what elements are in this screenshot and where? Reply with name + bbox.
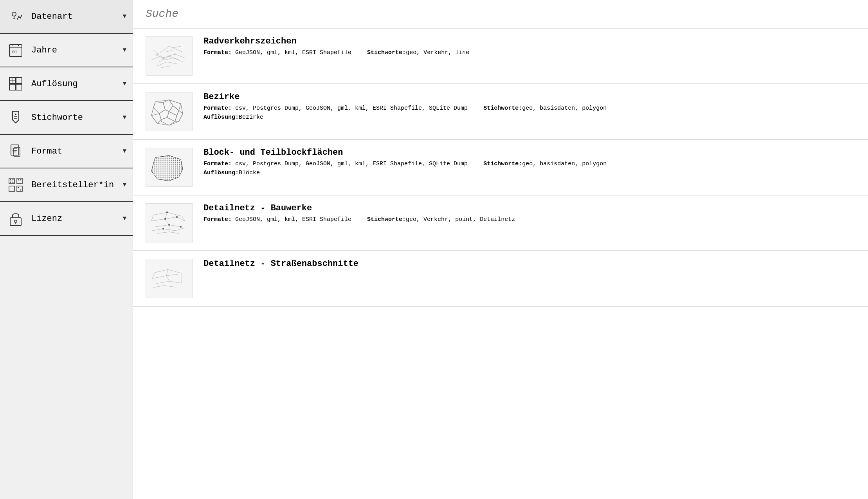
sidebar-item-format-label: Format bbox=[31, 146, 122, 156]
result-body-bezirke: Bezirke Formate: csv, Postgres Dump, Geo… bbox=[203, 92, 855, 121]
search-bar bbox=[133, 0, 868, 29]
sidebar-item-aufloesung[interactable]: Auflösung ▼ bbox=[0, 67, 133, 101]
svg-line-72 bbox=[165, 219, 169, 225]
svg-line-44 bbox=[157, 62, 167, 66]
thumbnail-detailnetz-bauwerke bbox=[146, 203, 193, 242]
svg-point-79 bbox=[180, 226, 182, 228]
svg-rect-24 bbox=[9, 186, 14, 192]
svg-rect-22 bbox=[9, 178, 14, 184]
thumbnail-detailnetz-strassenabschnitte bbox=[146, 259, 193, 298]
svg-point-75 bbox=[164, 218, 166, 220]
result-meta-block-teilblock: Formate: csv, Postgres Dump, GeoJSON, gm… bbox=[203, 161, 855, 167]
svg-line-51 bbox=[173, 58, 183, 62]
sidebar-item-format[interactable]: Format ▼ bbox=[0, 135, 133, 168]
sidebar: Datenart ▼ 01 Jahre ▼ bbox=[0, 0, 133, 499]
svg-line-63 bbox=[169, 225, 181, 227]
svg-line-89 bbox=[166, 269, 168, 276]
svg-line-67 bbox=[157, 232, 169, 233]
result-body-detailnetz-strassenabschnitte: Detailnetz - Straßenabschnitte bbox=[203, 259, 855, 272]
svg-line-58 bbox=[167, 212, 182, 216]
result-item-bezirke[interactable]: Bezirke Formate: csv, Postgres Dump, Geo… bbox=[133, 84, 868, 140]
svg-point-76 bbox=[168, 224, 170, 226]
thumbnail-block-teilblock bbox=[146, 148, 193, 187]
result-item-radverkehrszeichen[interactable]: Radverkehrszeichen Formate: GeoJSON, gml… bbox=[133, 29, 868, 84]
svg-line-66 bbox=[175, 228, 185, 231]
stichworte-bezirke: Stichworte:geo, basisdaten, polygon bbox=[483, 105, 607, 112]
svg-line-83 bbox=[166, 274, 178, 276]
svg-point-26 bbox=[10, 179, 11, 181]
sidebar-item-aufloesung-label: Auflösung bbox=[31, 79, 122, 89]
format-chevron: ▼ bbox=[122, 148, 126, 155]
svg-line-49 bbox=[155, 54, 165, 60]
search-input[interactable] bbox=[146, 8, 855, 20]
svg-line-50 bbox=[165, 58, 173, 60]
datenart-chevron: ▼ bbox=[122, 13, 126, 20]
svg-line-81 bbox=[168, 269, 182, 273]
result-title-bezirke: Bezirke bbox=[203, 92, 855, 102]
main-content: Radverkehrszeichen Formate: GeoJSON, gml… bbox=[133, 0, 868, 499]
svg-point-28 bbox=[10, 182, 11, 183]
svg-point-32 bbox=[18, 187, 19, 188]
sidebar-item-stichworte[interactable]: Stichworte ▼ bbox=[0, 101, 133, 135]
thumbnail-bezirke bbox=[146, 92, 193, 131]
svg-point-27 bbox=[13, 179, 14, 181]
sidebar-item-lizenz[interactable]: Lizenz ▼ bbox=[0, 202, 133, 236]
datenart-icon bbox=[6, 7, 25, 26]
formate-label-radverkehrszeichen: Formate: GeoJSON, gml, kml, ESRI Shapefi… bbox=[203, 49, 351, 56]
aufloesung-icon bbox=[6, 74, 25, 93]
sidebar-item-stichworte-label: Stichworte bbox=[31, 113, 122, 123]
formate-detailnetz-bauwerke: Formate: GeoJSON, gml, kml, ESRI Shapefi… bbox=[203, 216, 351, 223]
result-item-block-teilblock[interactable]: Block- und Teilblockflächen Formate: csv… bbox=[133, 140, 868, 195]
result-body-radverkehrszeichen: Radverkehrszeichen Formate: GeoJSON, gml… bbox=[203, 36, 855, 58]
result-body-block-teilblock: Block- und Teilblockflächen Formate: csv… bbox=[203, 148, 855, 176]
lizenz-chevron: ▼ bbox=[122, 215, 126, 222]
sidebar-item-jahre-label: Jahre bbox=[31, 45, 122, 55]
svg-line-84 bbox=[156, 281, 169, 284]
svg-line-87 bbox=[164, 286, 176, 287]
svg-line-47 bbox=[171, 46, 181, 48]
sidebar-item-datenart-label: Datenart bbox=[31, 12, 122, 22]
svg-line-60 bbox=[165, 217, 177, 219]
svg-line-40 bbox=[169, 56, 179, 60]
result-title-radverkehrszeichen: Radverkehrszeichen bbox=[203, 36, 855, 46]
svg-point-74 bbox=[166, 212, 168, 213]
results-list: Radverkehrszeichen Formate: GeoJSON, gml… bbox=[133, 29, 868, 307]
result-item-detailnetz-strassenabschnitte[interactable]: Detailnetz - Straßenabschnitte bbox=[133, 251, 868, 307]
svg-line-48 bbox=[165, 50, 173, 52]
svg-line-62 bbox=[155, 225, 169, 227]
svg-line-45 bbox=[167, 62, 177, 64]
svg-line-39 bbox=[159, 56, 169, 62]
svg-line-90 bbox=[182, 273, 182, 283]
result-title-detailnetz-strassenabschnitte: Detailnetz - Straßenabschnitte bbox=[203, 259, 855, 269]
svg-line-57 bbox=[153, 212, 167, 215]
sidebar-item-bereitsteller-label: Bereitsteller*in bbox=[31, 180, 122, 190]
svg-line-43 bbox=[175, 54, 185, 58]
result-meta-bezirke: Formate: csv, Postgres Dump, GeoJSON, gm… bbox=[203, 105, 855, 112]
svg-point-35 bbox=[14, 220, 17, 222]
svg-point-55 bbox=[175, 54, 176, 55]
sidebar-item-jahre[interactable]: 01 Jahre ▼ bbox=[0, 34, 133, 67]
svg-rect-17 bbox=[11, 145, 19, 155]
svg-line-91 bbox=[166, 276, 169, 281]
result-meta-detailnetz-bauwerke: Formate: GeoJSON, gml, kml, ESRI Shapefi… bbox=[203, 216, 855, 223]
svg-line-59 bbox=[151, 219, 165, 221]
svg-point-33 bbox=[20, 190, 22, 191]
svg-point-53 bbox=[169, 56, 170, 57]
svg-point-31 bbox=[20, 179, 22, 181]
svg-line-88 bbox=[152, 273, 155, 278]
result-item-detailnetz-bauwerke[interactable]: Detailnetz - Bauwerke Formate: GeoJSON, … bbox=[133, 195, 868, 251]
lizenz-icon bbox=[6, 209, 25, 228]
svg-point-30 bbox=[18, 179, 19, 181]
stichworte-block-teilblock: Stichworte:geo, basisdaten, polygon bbox=[483, 161, 607, 167]
result-aufloesung-bezirke: Auflösung:Bezirke bbox=[203, 114, 855, 121]
svg-line-85 bbox=[169, 281, 182, 283]
sidebar-item-bereitsteller[interactable]: Bereitsteller*in ▼ bbox=[0, 168, 133, 202]
result-title-detailnetz-bauwerke: Detailnetz - Bauwerke bbox=[203, 203, 855, 213]
stichworte-icon bbox=[6, 108, 25, 127]
sidebar-item-datenart[interactable]: Datenart ▼ bbox=[0, 0, 133, 34]
bereitsteller-icon bbox=[6, 175, 25, 194]
svg-line-80 bbox=[155, 269, 168, 273]
svg-line-64 bbox=[152, 229, 163, 231]
result-meta-radverkehrszeichen: Formate: GeoJSON, gml, kml, ESRI Shapefi… bbox=[203, 49, 855, 56]
svg-line-37 bbox=[155, 46, 169, 56]
